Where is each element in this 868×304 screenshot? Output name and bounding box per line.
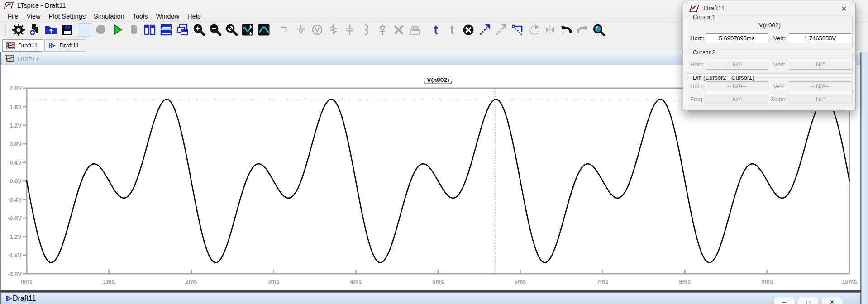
menu-item-plot-settings[interactable]: Plot Settings bbox=[45, 12, 90, 21]
save-button[interactable] bbox=[59, 22, 76, 38]
blank-slot-button[interactable] bbox=[77, 23, 91, 37]
cursor1-group: Cursor 1 V(n002) Horz: 5.6907895ms Vert:… bbox=[687, 17, 853, 48]
new-schematic-button[interactable] bbox=[27, 22, 43, 38]
autorange-waveform-button[interactable] bbox=[239, 22, 256, 38]
move-icon bbox=[478, 23, 491, 37]
zoom-in-button[interactable] bbox=[191, 22, 207, 38]
waveform-tab-icon bbox=[6, 42, 15, 49]
cursor2-horz-field[interactable]: -- N/A-- bbox=[706, 60, 768, 70]
svg-text:9ms: 9ms bbox=[761, 278, 773, 285]
cursor1-vert-field[interactable]: 1.7465855V bbox=[789, 33, 851, 43]
svg-text:6ms: 6ms bbox=[515, 278, 526, 285]
svg-text:2.0V: 2.0V bbox=[10, 85, 22, 92]
move-button[interactable] bbox=[477, 22, 493, 38]
delete-button[interactable] bbox=[460, 22, 477, 38]
cursor1-group-label: Cursor 1 bbox=[691, 14, 717, 20]
place-inductor-button[interactable] bbox=[358, 22, 374, 38]
tile-vertical-button[interactable] bbox=[142, 22, 158, 38]
close-icon[interactable]: ✕ bbox=[839, 4, 849, 14]
app-title: LTspice - Draft11 bbox=[17, 2, 66, 9]
svg-text:5ms: 5ms bbox=[432, 278, 444, 285]
halt-button[interactable] bbox=[93, 22, 109, 38]
window-controls: ─ ◻ ✕ bbox=[774, 297, 842, 304]
cursor1-signal: V(n002) bbox=[687, 22, 852, 28]
settings-icon bbox=[12, 23, 25, 37]
schematic-window-titlebar[interactable]: Draft11 ─ ◻ ✕ bbox=[0, 292, 861, 304]
rotate-button[interactable] bbox=[525, 22, 542, 38]
find-button[interactable] bbox=[591, 22, 607, 38]
diff-group-label: Diff (Cursor2 - Cursor1) bbox=[691, 74, 756, 81]
run-button[interactable] bbox=[109, 22, 125, 38]
cursor-dialog: Draft11 ✕ Cursor 1 V(n002) Horz: 5.69078… bbox=[683, 1, 856, 111]
add-text-button[interactable]: t bbox=[428, 22, 444, 38]
zoom-extents-button[interactable] bbox=[223, 22, 239, 38]
close-icon[interactable]: ✕ bbox=[822, 297, 842, 304]
schematic-tab-icon bbox=[48, 42, 56, 49]
diff-horz-field[interactable]: -- N/A-- bbox=[706, 81, 768, 91]
place-ground-button[interactable] bbox=[293, 22, 309, 38]
svg-text:0.8V: 0.8V bbox=[10, 141, 22, 147]
place-diode-button[interactable] bbox=[374, 22, 391, 38]
toolbar-grip[interactable] bbox=[5, 24, 8, 36]
svg-text:0.4V: 0.4V bbox=[10, 159, 22, 166]
open-button[interactable] bbox=[43, 22, 59, 38]
spice-directive-button[interactable]: t bbox=[444, 22, 460, 38]
open-icon bbox=[44, 23, 58, 37]
menu-item-tools[interactable]: Tools bbox=[129, 12, 152, 21]
svg-text:1.6V: 1.6V bbox=[10, 104, 22, 110]
svg-text:-2.0V: -2.0V bbox=[8, 271, 22, 277]
trace-name-label[interactable]: V(n002) bbox=[425, 76, 452, 84]
mirror-button[interactable] bbox=[542, 22, 558, 38]
minimize-icon[interactable]: ─ bbox=[774, 297, 794, 304]
undo-button[interactable] bbox=[558, 22, 574, 38]
place-capacitor-button[interactable] bbox=[342, 22, 358, 38]
draw-wire-button[interactable] bbox=[277, 22, 293, 38]
delete-icon bbox=[462, 23, 475, 37]
place-voltage-source-button[interactable] bbox=[309, 22, 325, 38]
diff-slope-field[interactable]: -- N/A-- bbox=[789, 95, 851, 104]
zoom-extents-icon bbox=[224, 23, 238, 37]
cursor-dialog-titlebar[interactable]: Draft11 bbox=[683, 1, 855, 15]
diff-slope-label: Slope: bbox=[770, 96, 787, 103]
place-component-icon bbox=[392, 23, 405, 37]
save-icon bbox=[61, 23, 74, 37]
place-component-button[interactable] bbox=[391, 22, 407, 38]
place-resistor-button[interactable] bbox=[325, 22, 342, 38]
cursor2-vert-field[interactable]: -- N/A-- bbox=[789, 60, 851, 70]
cursor1-horz-field[interactable]: 5.6907895ms bbox=[706, 33, 768, 43]
restore-icon[interactable]: ◻ bbox=[798, 297, 818, 304]
schematic-file-icon bbox=[5, 295, 13, 302]
diff-freq-field[interactable]: -- N/A-- bbox=[706, 95, 768, 104]
waveform-settings-button[interactable] bbox=[256, 22, 272, 38]
copy-button[interactable] bbox=[509, 22, 525, 38]
svg-text:t: t bbox=[434, 23, 438, 37]
menu-item-help[interactable]: Help bbox=[183, 12, 205, 21]
diff-freq-label: Freq: bbox=[690, 96, 704, 103]
diff-vert-field[interactable]: -- N/A-- bbox=[789, 81, 851, 91]
diff-horz-label: Horz: bbox=[690, 83, 704, 90]
cursor2-horz-label: Horz: bbox=[690, 61, 704, 68]
svg-text:4ms: 4ms bbox=[350, 278, 362, 285]
pause-button[interactable] bbox=[125, 22, 142, 38]
svg-text:-0.8V: -0.8V bbox=[8, 215, 22, 222]
tab-label: Draft11 bbox=[59, 42, 79, 49]
label-net-button[interactable]: net bbox=[407, 22, 423, 38]
tab-label: Draft11 bbox=[18, 42, 38, 49]
svg-text:net: net bbox=[411, 24, 419, 30]
menu-item-simulation[interactable]: Simulation bbox=[90, 12, 129, 21]
zoom-out-button[interactable] bbox=[207, 22, 223, 38]
drag-button[interactable] bbox=[493, 22, 509, 38]
redo-button[interactable] bbox=[574, 22, 591, 38]
tile-horizontal-button[interactable] bbox=[158, 22, 174, 38]
svg-text:-1.6V: -1.6V bbox=[8, 252, 22, 259]
tab-waveform-draft11[interactable]: Draft11 bbox=[2, 39, 43, 52]
menu-item-window[interactable]: Window bbox=[152, 12, 184, 21]
vertical-scrollbar[interactable] bbox=[861, 52, 868, 304]
menu-item-view[interactable]: View bbox=[22, 12, 44, 21]
cursor-dialog-title: Draft11 bbox=[704, 5, 725, 12]
cascade-windows-button[interactable] bbox=[174, 22, 191, 38]
settings-button[interactable] bbox=[10, 22, 27, 38]
cursor1-horz-label: Horz: bbox=[690, 35, 704, 42]
tab-schematic-draft11[interactable]: Draft11 bbox=[44, 39, 85, 52]
menu-item-file[interactable]: File bbox=[4, 12, 22, 21]
